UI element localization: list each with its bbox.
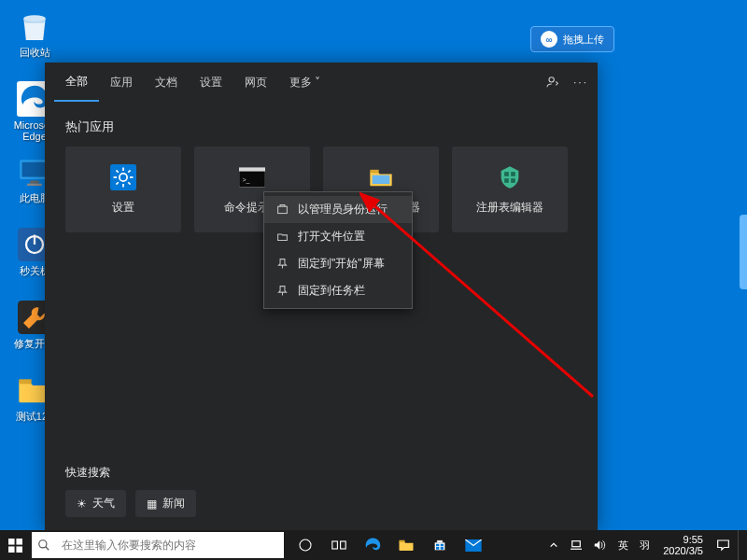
chips-row: ☀天气▦新闻 bbox=[65, 490, 196, 517]
svg-rect-35 bbox=[8, 546, 15, 553]
svg-point-37 bbox=[39, 540, 47, 548]
panel-body: 热门应用 设置>_命令提示符文件资源管理器注册表编辑器 快速搜索 ☀天气▦新闻 bbox=[45, 102, 598, 532]
svg-rect-26 bbox=[373, 175, 390, 183]
svg-text:>_: >_ bbox=[243, 175, 250, 183]
system-tray: 英 羽 9:55 2020/3/5 bbox=[545, 530, 747, 560]
network-icon[interactable] bbox=[566, 539, 586, 551]
volume-icon[interactable] bbox=[590, 539, 611, 551]
svg-rect-34 bbox=[16, 539, 22, 545]
recycle-icon bbox=[16, 7, 53, 45]
svg-rect-29 bbox=[504, 178, 509, 183]
context-item-label: 以管理员身份运行 bbox=[298, 202, 388, 217]
tab-4[interactable]: 网页 bbox=[233, 63, 278, 102]
svg-rect-5 bbox=[27, 184, 42, 186]
svg-point-11 bbox=[549, 77, 554, 82]
quick-search-section: 快速搜索 ☀天气▦新闻 bbox=[65, 465, 196, 517]
ime-indicator-2[interactable]: 羽 bbox=[636, 539, 654, 553]
svg-rect-33 bbox=[8, 539, 15, 545]
taskbar: 英 羽 9:55 2020/3/5 bbox=[0, 530, 747, 560]
chip-label: 天气 bbox=[92, 496, 115, 511]
context-item-0[interactable]: 以管理员身份运行 bbox=[264, 196, 412, 223]
svg-rect-10 bbox=[19, 379, 31, 384]
tab-5[interactable]: 更多 ˅ bbox=[278, 63, 331, 102]
cortana-button[interactable] bbox=[291, 530, 319, 560]
feedback-icon[interactable] bbox=[545, 75, 560, 90]
svg-rect-36 bbox=[16, 546, 22, 553]
search-input[interactable] bbox=[56, 539, 284, 552]
tab-2[interactable]: 文档 bbox=[144, 63, 189, 102]
side-accent bbox=[740, 215, 747, 289]
explorer-icon bbox=[368, 164, 394, 190]
svg-point-0 bbox=[23, 15, 45, 21]
desktop-icon-label: 回收站 bbox=[9, 47, 60, 58]
more-icon[interactable]: ··· bbox=[573, 76, 588, 89]
clock-time: 9:55 bbox=[663, 534, 703, 545]
edge-button[interactable] bbox=[359, 530, 387, 560]
cloud-icon: ∞ bbox=[541, 31, 557, 48]
news-icon: ▦ bbox=[147, 497, 157, 511]
upload-pill[interactable]: ∞ 拖拽上传 bbox=[530, 26, 614, 52]
tray-chevron-icon[interactable] bbox=[545, 540, 562, 550]
clock-date: 2020/3/5 bbox=[663, 545, 703, 556]
svg-rect-27 bbox=[504, 172, 509, 176]
start-button[interactable] bbox=[0, 530, 30, 560]
context-item-icon bbox=[275, 285, 289, 298]
tile-settings[interactable]: 设置 bbox=[65, 147, 181, 232]
svg-point-39 bbox=[300, 539, 311, 551]
weather-icon: ☀ bbox=[77, 497, 87, 511]
tile-label: 注册表编辑器 bbox=[476, 200, 543, 216]
context-menu: 以管理员身份运行打开文件位置固定到"开始"屏幕固定到任务栏 bbox=[263, 191, 413, 309]
svg-rect-3 bbox=[22, 162, 48, 177]
pill-label: 拖拽上传 bbox=[563, 33, 604, 47]
svg-rect-40 bbox=[332, 541, 338, 549]
tab-3[interactable]: 设置 bbox=[189, 63, 233, 102]
panel-tabs: 全部应用文档设置网页更多 ˅ ··· bbox=[45, 63, 598, 102]
context-item-label: 固定到任务栏 bbox=[298, 283, 365, 299]
svg-rect-42 bbox=[400, 540, 405, 542]
ime-indicator[interactable]: 英 bbox=[614, 539, 632, 553]
taskview-button[interactable] bbox=[325, 530, 353, 560]
svg-rect-31 bbox=[277, 206, 287, 213]
taskbar-pinned bbox=[291, 530, 487, 560]
tab-0[interactable]: 全部 bbox=[54, 63, 99, 102]
svg-rect-23 bbox=[239, 167, 265, 171]
context-item-2[interactable]: 固定到"开始"屏幕 bbox=[264, 250, 412, 277]
svg-rect-41 bbox=[341, 541, 346, 549]
svg-rect-30 bbox=[511, 178, 515, 183]
mail-button[interactable] bbox=[459, 530, 487, 560]
context-item-1[interactable]: 打开文件位置 bbox=[264, 223, 412, 250]
cmd-icon: >_ bbox=[239, 164, 265, 190]
section-title: 热门应用 bbox=[65, 119, 577, 135]
tile-regedit[interactable]: 注册表编辑器 bbox=[452, 147, 568, 232]
regedit-icon bbox=[497, 164, 523, 190]
tile-label: 设置 bbox=[112, 200, 134, 216]
context-item-label: 固定到"开始"屏幕 bbox=[298, 256, 385, 272]
svg-rect-44 bbox=[572, 541, 581, 547]
desktop-icon-recycle[interactable]: 回收站 bbox=[9, 7, 60, 58]
svg-line-38 bbox=[46, 547, 49, 551]
search-icon bbox=[32, 539, 56, 552]
svg-rect-28 bbox=[511, 172, 515, 176]
context-item-icon bbox=[275, 203, 289, 217]
context-item-3[interactable]: 固定到任务栏 bbox=[264, 277, 412, 304]
explorer-button[interactable] bbox=[392, 530, 420, 560]
chip-label: 新闻 bbox=[162, 496, 185, 511]
show-desktop-button[interactable] bbox=[738, 530, 743, 560]
context-item-icon bbox=[275, 231, 289, 244]
svg-rect-4 bbox=[30, 181, 39, 184]
context-item-icon bbox=[275, 258, 289, 271]
taskbar-search[interactable] bbox=[32, 532, 284, 558]
action-center-icon[interactable] bbox=[712, 539, 734, 552]
clock[interactable]: 9:55 2020/3/5 bbox=[657, 534, 709, 556]
tab-1[interactable]: 应用 bbox=[99, 63, 144, 102]
chip-weather[interactable]: ☀天气 bbox=[65, 490, 126, 517]
svg-rect-25 bbox=[370, 169, 378, 173]
context-item-label: 打开文件位置 bbox=[298, 229, 365, 245]
settings-icon bbox=[110, 164, 136, 190]
store-button[interactable] bbox=[426, 530, 454, 560]
chip-news[interactable]: ▦新闻 bbox=[135, 490, 196, 517]
quick-title: 快速搜索 bbox=[65, 465, 196, 481]
